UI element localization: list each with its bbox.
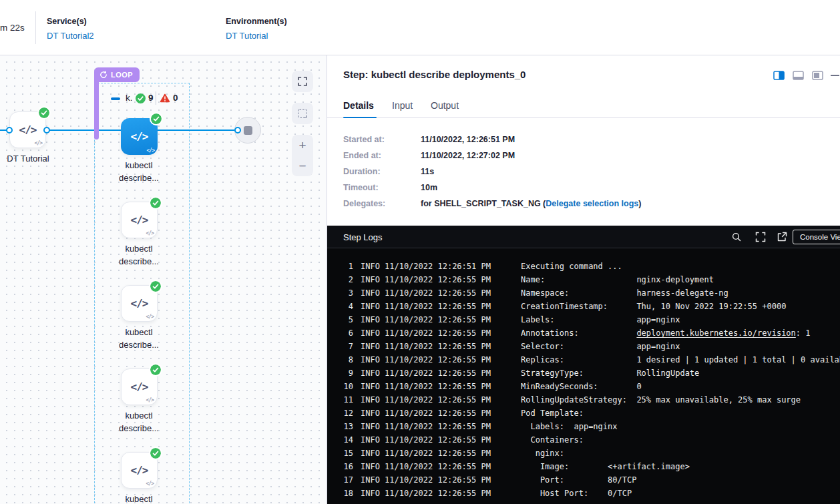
layout-dock-bottom-icon[interactable]	[793, 71, 804, 80]
field-duration: Duration: 11s	[327, 167, 840, 178]
open-in-new-icon[interactable]	[777, 232, 787, 242]
log-line: 10INFO11/10/2022 12:26:55 PMMinReadySeco…	[327, 380, 840, 393]
node-label: DT Tutorial	[0, 152, 71, 165]
log-line: 9INFO11/10/2022 12:26:55 PMStrategyType:…	[327, 366, 840, 380]
execution-header-bar: m 22s Service(s) DT Tutorial2 Environmen…	[0, 0, 840, 55]
group-name: k.	[126, 93, 133, 103]
tab-input[interactable]: Input	[392, 100, 413, 111]
elapsed-time: m 22s	[0, 23, 25, 33]
canvas-select-button[interactable]	[292, 103, 313, 124]
environments-label: Environment(s)	[226, 17, 287, 26]
pipeline-node-kubectl-describe[interactable]: </></>	[121, 452, 158, 489]
minimize-panel-icon[interactable]	[831, 75, 839, 76]
log-line: 3INFO11/10/2022 12:26:55 PMNamespace: ha…	[327, 286, 840, 300]
node-label: kubectldescribe...	[95, 159, 182, 184]
step-logs-panel: Step Logs Console View 1INFO11/10/2022 1…	[327, 226, 840, 504]
log-line: 1INFO11/10/2022 12:26:51 PMExecuting com…	[327, 260, 840, 273]
step-details-panel: Step: kubectl describe deployments_0 Det…	[327, 55, 840, 226]
success-check-icon	[151, 113, 162, 124]
logs-fullscreen-icon[interactable]	[755, 232, 766, 242]
step-type-mini-icon: </>	[35, 140, 42, 146]
environment-link[interactable]: DT Tutorial	[226, 31, 287, 41]
delegates-suffix: )	[638, 199, 641, 208]
loop-badge-label: LOOP	[111, 71, 133, 79]
log-line: 11INFO11/10/2022 12:26:55 PMRollingUpdat…	[327, 393, 840, 407]
shell-script-icon: </>	[131, 297, 148, 310]
log-line: 5INFO11/10/2022 12:26:55 PMLabels: app=n…	[327, 313, 840, 326]
shell-script-icon: </>	[131, 214, 148, 226]
node-label: kubectldescribe...	[95, 493, 182, 504]
node-label: kubectldescribe...	[95, 326, 182, 351]
shell-script-icon: </>	[131, 464, 148, 477]
shell-script-icon: </>	[19, 123, 37, 136]
environments-group: Environment(s) DT Tutorial	[226, 15, 287, 41]
delegate-selection-logs-link[interactable]: Delegate selection logs	[546, 199, 638, 208]
search-icon[interactable]	[731, 232, 742, 242]
log-line: 17INFO11/10/2022 12:26:55 PM Port: 80/TC…	[327, 473, 840, 487]
layout-dock-left-icon[interactable]	[812, 71, 823, 80]
step-type-mini-icon: </>	[146, 314, 154, 320]
pipeline-node-kubectl-describe[interactable]: </></>	[121, 118, 158, 155]
log-line: 14INFO11/10/2022 12:26:55 PM Containers:	[327, 433, 840, 447]
log-line: 15INFO11/10/2022 12:26:55 PM nginx:	[327, 447, 840, 460]
success-check-icon	[150, 281, 161, 292]
shell-script-icon: </>	[131, 381, 148, 393]
log-line: 8INFO11/10/2022 12:26:55 PMReplicas: 1 d…	[327, 353, 840, 366]
pipeline-node-kubectl-describe[interactable]: </></>	[121, 285, 158, 322]
group-header-divider	[156, 91, 156, 105]
pipeline-node-kubectl-describe[interactable]: </></>	[121, 368, 158, 405]
header-divider	[35, 11, 36, 44]
success-check-icon	[150, 198, 161, 208]
field-ended-at: Ended at: 11/10/2022, 12:27:02 PM	[327, 151, 840, 162]
step-type-mini-icon: </>	[147, 148, 154, 154]
pipeline-graph-canvas[interactable]: LOOP k. 9 0 </> </> DT Tutorial	[0, 55, 327, 504]
zoom-in-button[interactable]: +	[292, 135, 313, 156]
collapse-group-icon[interactable]	[111, 97, 120, 100]
node-port-out[interactable]	[43, 127, 50, 134]
log-line: 7INFO11/10/2022 12:26:55 PMSelector: app…	[327, 340, 840, 353]
log-annotation-link[interactable]: deployment.kubernetes.io/revision	[636, 328, 795, 338]
console-view-button[interactable]: Console View	[793, 230, 840, 244]
step-logs-header: Step Logs Console View	[327, 226, 840, 248]
tab-details[interactable]: Details	[343, 100, 374, 111]
delegates-prefix: for SHELL_SCRIPT_TASK_NG (	[421, 199, 546, 208]
error-count-icon	[160, 93, 170, 103]
services-group: Service(s) DT Tutorial2	[47, 15, 94, 41]
step-type-mini-icon: </>	[146, 397, 154, 403]
log-line: 6INFO11/10/2022 12:26:55 PMAnnotations: …	[327, 326, 840, 340]
success-count-icon	[136, 93, 146, 103]
log-line: 16INFO11/10/2022 12:26:55 PM Image: <+ar…	[327, 460, 840, 473]
log-line: 12INFO11/10/2022 12:26:55 PMPod Template…	[327, 407, 840, 420]
active-tab-indicator	[343, 117, 377, 119]
pipeline-execution-page: m 22s Service(s) DT Tutorial2 Environmen…	[0, 0, 840, 504]
details-tab-bar: Details Input Output	[327, 95, 840, 118]
success-check-icon	[150, 448, 161, 459]
loop-badge[interactable]: LOOP	[94, 67, 140, 82]
step-logs-title: Step Logs	[343, 232, 383, 242]
success-count: 9	[148, 93, 154, 103]
node-label: kubectldescribe...	[95, 242, 182, 268]
log-line: 13INFO11/10/2022 12:26:55 PM Labels: app…	[327, 420, 840, 433]
canvas-fullscreen-button[interactable]	[292, 71, 313, 92]
field-delegates: Delegates: for SHELL_SCRIPT_TASK_NG (Del…	[327, 199, 840, 210]
layout-split-right-icon[interactable]	[773, 71, 785, 80]
success-check-icon	[39, 107, 49, 118]
step-type-mini-icon: </>	[146, 230, 154, 236]
step-title: Step: kubectl describe deployments_0	[343, 69, 526, 80]
service-link[interactable]: DT Tutorial2	[47, 31, 94, 41]
node-port-in[interactable]	[6, 127, 13, 134]
zoom-out-button[interactable]: −	[292, 156, 313, 176]
stop-square-icon	[244, 126, 252, 135]
log-line: 2INFO11/10/2022 12:26:55 PMName: nginx-d…	[327, 273, 840, 286]
tab-output[interactable]: Output	[431, 100, 459, 111]
field-started-at: Started at: 11/10/2022, 12:26:51 PM	[327, 135, 840, 146]
log-line: 18INFO11/10/2022 12:26:55 PM Host Port: …	[327, 487, 840, 500]
field-timeout: Timeout: 10m	[327, 183, 840, 194]
step-type-mini-icon: </>	[146, 481, 154, 487]
pipeline-node-kubectl-describe[interactable]: </></>	[121, 202, 158, 238]
end-node-port[interactable]	[234, 127, 241, 134]
services-label: Service(s)	[47, 17, 87, 26]
log-body[interactable]: 1INFO11/10/2022 12:26:51 PMExecuting com…	[327, 248, 840, 504]
loop-badge-tail	[94, 81, 99, 140]
pipeline-node-dt-tutorial[interactable]: </> </>	[9, 111, 46, 148]
